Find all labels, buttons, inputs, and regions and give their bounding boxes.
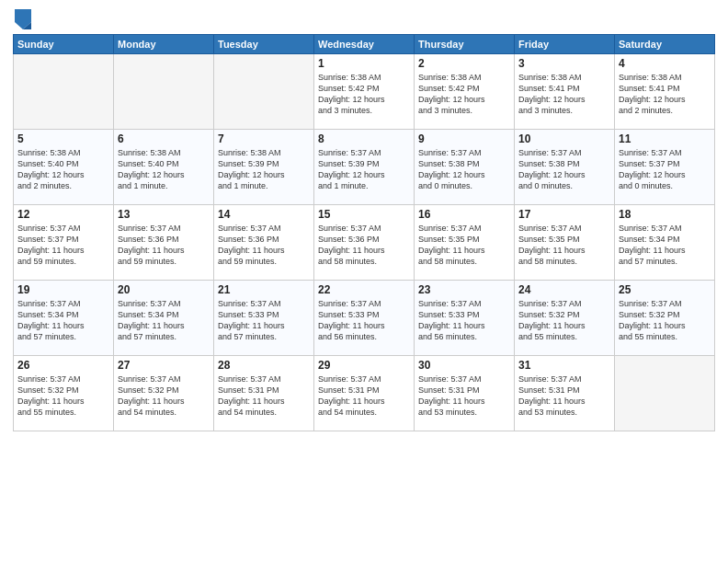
day-info: Sunrise: 5:37 AM Sunset: 5:37 PM Dayligh… <box>17 223 109 268</box>
calendar-cell: 19Sunrise: 5:37 AM Sunset: 5:34 PM Dayli… <box>14 281 114 356</box>
calendar-week-row: 26Sunrise: 5:37 AM Sunset: 5:32 PM Dayli… <box>14 356 715 431</box>
day-number: 15 <box>318 208 410 221</box>
calendar-cell <box>214 54 314 130</box>
day-number: 6 <box>118 132 210 145</box>
day-info: Sunrise: 5:37 AM Sunset: 5:36 PM Dayligh… <box>118 223 210 268</box>
day-info: Sunrise: 5:37 AM Sunset: 5:38 PM Dayligh… <box>518 147 610 192</box>
day-info: Sunrise: 5:37 AM Sunset: 5:36 PM Dayligh… <box>318 223 410 268</box>
day-info: Sunrise: 5:38 AM Sunset: 5:39 PM Dayligh… <box>218 147 310 192</box>
calendar-week-row: 1Sunrise: 5:38 AM Sunset: 5:42 PM Daylig… <box>14 54 715 130</box>
day-number: 4 <box>619 57 711 70</box>
day-number: 8 <box>318 132 410 145</box>
calendar-cell: 3Sunrise: 5:38 AM Sunset: 5:41 PM Daylig… <box>515 54 615 130</box>
calendar-cell: 18Sunrise: 5:37 AM Sunset: 5:34 PM Dayli… <box>615 205 715 281</box>
day-number: 28 <box>218 359 310 372</box>
day-number: 11 <box>619 132 711 145</box>
calendar-week-row: 12Sunrise: 5:37 AM Sunset: 5:37 PM Dayli… <box>14 205 715 281</box>
day-info: Sunrise: 5:37 AM Sunset: 5:35 PM Dayligh… <box>518 223 610 268</box>
calendar-week-row: 5Sunrise: 5:38 AM Sunset: 5:40 PM Daylig… <box>14 130 715 205</box>
calendar-cell: 14Sunrise: 5:37 AM Sunset: 5:36 PM Dayli… <box>214 205 314 281</box>
calendar-cell <box>114 54 214 130</box>
calendar-cell: 30Sunrise: 5:37 AM Sunset: 5:31 PM Dayli… <box>415 356 515 431</box>
day-number: 2 <box>418 57 510 70</box>
day-number: 30 <box>418 359 510 372</box>
day-number: 1 <box>318 57 410 70</box>
calendar-cell: 31Sunrise: 5:37 AM Sunset: 5:31 PM Dayli… <box>515 356 615 431</box>
weekday-header: Saturday <box>615 35 715 54</box>
day-info: Sunrise: 5:38 AM Sunset: 5:41 PM Dayligh… <box>518 72 610 117</box>
calendar-week-row: 19Sunrise: 5:37 AM Sunset: 5:34 PM Dayli… <box>14 281 715 356</box>
day-number: 31 <box>518 359 610 372</box>
calendar-cell: 11Sunrise: 5:37 AM Sunset: 5:37 PM Dayli… <box>615 130 715 205</box>
calendar-cell: 2Sunrise: 5:38 AM Sunset: 5:42 PM Daylig… <box>415 54 515 130</box>
day-info: Sunrise: 5:37 AM Sunset: 5:31 PM Dayligh… <box>318 373 410 419</box>
day-info: Sunrise: 5:37 AM Sunset: 5:32 PM Dayligh… <box>118 373 210 419</box>
day-info: Sunrise: 5:37 AM Sunset: 5:34 PM Dayligh… <box>118 298 210 343</box>
calendar-cell: 21Sunrise: 5:37 AM Sunset: 5:33 PM Dayli… <box>214 281 314 356</box>
day-info: Sunrise: 5:37 AM Sunset: 5:32 PM Dayligh… <box>518 298 610 343</box>
day-info: Sunrise: 5:38 AM Sunset: 5:40 PM Dayligh… <box>17 147 109 192</box>
day-number: 12 <box>17 208 109 221</box>
weekday-header: Tuesday <box>214 35 314 54</box>
logo <box>13 9 31 29</box>
day-info: Sunrise: 5:37 AM Sunset: 5:38 PM Dayligh… <box>418 147 510 192</box>
header <box>13 9 715 29</box>
day-info: Sunrise: 5:37 AM Sunset: 5:39 PM Dayligh… <box>318 147 410 192</box>
day-info: Sunrise: 5:38 AM Sunset: 5:41 PM Dayligh… <box>619 72 711 117</box>
day-info: Sunrise: 5:37 AM Sunset: 5:32 PM Dayligh… <box>619 298 711 343</box>
calendar-cell: 17Sunrise: 5:37 AM Sunset: 5:35 PM Dayli… <box>515 205 615 281</box>
calendar-cell <box>14 54 114 130</box>
day-number: 24 <box>518 283 610 296</box>
calendar-header-row: SundayMondayTuesdayWednesdayThursdayFrid… <box>14 35 715 54</box>
day-number: 27 <box>118 359 210 372</box>
day-number: 19 <box>17 283 109 296</box>
calendar-cell: 13Sunrise: 5:37 AM Sunset: 5:36 PM Dayli… <box>114 205 214 281</box>
day-info: Sunrise: 5:37 AM Sunset: 5:31 PM Dayligh… <box>218 373 310 419</box>
calendar-cell: 25Sunrise: 5:37 AM Sunset: 5:32 PM Dayli… <box>615 281 715 356</box>
calendar-cell: 5Sunrise: 5:38 AM Sunset: 5:40 PM Daylig… <box>14 130 114 205</box>
day-info: Sunrise: 5:37 AM Sunset: 5:34 PM Dayligh… <box>619 223 711 268</box>
calendar-cell: 6Sunrise: 5:38 AM Sunset: 5:40 PM Daylig… <box>114 130 214 205</box>
calendar-cell: 28Sunrise: 5:37 AM Sunset: 5:31 PM Dayli… <box>214 356 314 431</box>
day-number: 21 <box>218 283 310 296</box>
day-number: 25 <box>619 283 711 296</box>
day-info: Sunrise: 5:37 AM Sunset: 5:34 PM Dayligh… <box>17 298 109 343</box>
day-info: Sunrise: 5:38 AM Sunset: 5:42 PM Dayligh… <box>318 72 410 117</box>
calendar-cell: 26Sunrise: 5:37 AM Sunset: 5:32 PM Dayli… <box>14 356 114 431</box>
calendar-cell: 29Sunrise: 5:37 AM Sunset: 5:31 PM Dayli… <box>314 356 415 431</box>
calendar-table: SundayMondayTuesdayWednesdayThursdayFrid… <box>13 34 715 431</box>
day-info: Sunrise: 5:37 AM Sunset: 5:33 PM Dayligh… <box>218 298 310 343</box>
weekday-header: Wednesday <box>314 35 415 54</box>
day-info: Sunrise: 5:38 AM Sunset: 5:42 PM Dayligh… <box>418 72 510 117</box>
calendar-cell: 22Sunrise: 5:37 AM Sunset: 5:33 PM Dayli… <box>314 281 415 356</box>
calendar-cell: 27Sunrise: 5:37 AM Sunset: 5:32 PM Dayli… <box>114 356 214 431</box>
calendar-cell: 24Sunrise: 5:37 AM Sunset: 5:32 PM Dayli… <box>515 281 615 356</box>
logo-icon <box>15 9 31 29</box>
day-info: Sunrise: 5:37 AM Sunset: 5:36 PM Dayligh… <box>218 223 310 268</box>
day-number: 26 <box>17 359 109 372</box>
day-number: 14 <box>218 208 310 221</box>
calendar-cell: 1Sunrise: 5:38 AM Sunset: 5:42 PM Daylig… <box>314 54 415 130</box>
calendar-cell: 9Sunrise: 5:37 AM Sunset: 5:38 PM Daylig… <box>415 130 515 205</box>
day-info: Sunrise: 5:37 AM Sunset: 5:37 PM Dayligh… <box>619 147 711 192</box>
day-number: 18 <box>619 208 711 221</box>
day-number: 17 <box>518 208 610 221</box>
day-number: 29 <box>318 359 410 372</box>
day-number: 20 <box>118 283 210 296</box>
day-info: Sunrise: 5:37 AM Sunset: 5:31 PM Dayligh… <box>418 373 510 419</box>
day-number: 23 <box>418 283 510 296</box>
calendar-cell: 16Sunrise: 5:37 AM Sunset: 5:35 PM Dayli… <box>415 205 515 281</box>
weekday-header: Friday <box>515 35 615 54</box>
calendar-cell: 7Sunrise: 5:38 AM Sunset: 5:39 PM Daylig… <box>214 130 314 205</box>
day-info: Sunrise: 5:37 AM Sunset: 5:33 PM Dayligh… <box>418 298 510 343</box>
day-info: Sunrise: 5:37 AM Sunset: 5:35 PM Dayligh… <box>418 223 510 268</box>
calendar-cell: 8Sunrise: 5:37 AM Sunset: 5:39 PM Daylig… <box>314 130 415 205</box>
calendar-cell: 15Sunrise: 5:37 AM Sunset: 5:36 PM Dayli… <box>314 205 415 281</box>
day-info: Sunrise: 5:38 AM Sunset: 5:40 PM Dayligh… <box>118 147 210 192</box>
weekday-header: Sunday <box>14 35 114 54</box>
calendar-cell <box>615 356 715 431</box>
calendar-cell: 23Sunrise: 5:37 AM Sunset: 5:33 PM Dayli… <box>415 281 515 356</box>
day-info: Sunrise: 5:37 AM Sunset: 5:31 PM Dayligh… <box>518 373 610 419</box>
calendar-cell: 10Sunrise: 5:37 AM Sunset: 5:38 PM Dayli… <box>515 130 615 205</box>
day-number: 7 <box>218 132 310 145</box>
